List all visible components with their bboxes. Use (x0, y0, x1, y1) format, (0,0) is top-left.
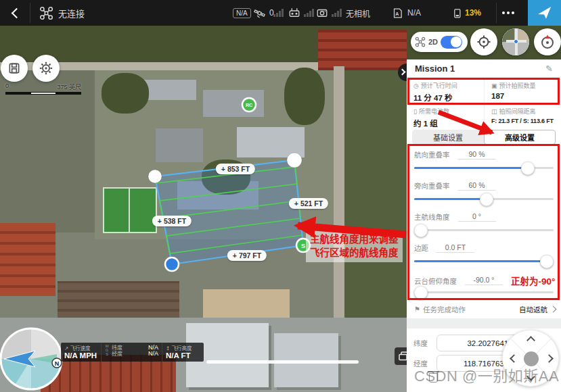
flight-mode-icon: A (392, 0, 403, 26)
slider-value[interactable]: 0 ° (458, 212, 496, 222)
finish-action-row[interactable]: ⚑ 任务完成动作 自动返航 (407, 301, 561, 317)
gear-icon (39, 61, 53, 76)
tab-advanced-settings[interactable]: 高级设置 (484, 130, 556, 145)
speed-value: N/A MPH (64, 351, 97, 360)
compass-icon (539, 34, 556, 50)
nudge-dpad[interactable] (502, 330, 559, 387)
map-texture (334, 66, 344, 324)
nudge-left-button[interactable] (510, 354, 518, 363)
slider-handle-margin[interactable] (540, 255, 554, 268)
stat-value: 11 分 47 秒 (413, 92, 481, 103)
locate-button[interactable] (470, 28, 497, 55)
panel-header: Mission 1 ✎ (407, 59, 561, 78)
slider-track-margin[interactable] (414, 260, 554, 262)
speed-label: 飞行速度 (70, 345, 90, 351)
back-button[interactable] (5, 0, 27, 26)
mission-panel: Mission 1 ✎ ◷预计飞行时间11 分 47 秒▣预计拍照数量187▯所… (407, 59, 561, 392)
satellite-icon (254, 0, 265, 26)
flight-mode-value: N/A (407, 0, 421, 26)
save-mission-button[interactable] (1, 55, 28, 82)
drone-icon (415, 36, 426, 47)
scale-distance-label: 375 英尺 (57, 82, 81, 91)
camera-signal-bars (332, 0, 342, 26)
nudge-up-button[interactable] (526, 336, 535, 345)
drone-icon (39, 0, 53, 26)
home-indicator[interactable] (206, 360, 359, 364)
telemetry-lng-label: 经度 (112, 351, 122, 357)
stat-photo-count: ▣预计拍照数量187 (484, 78, 558, 104)
ellipsis-icon (502, 11, 505, 14)
connection-status: 无连接 (58, 0, 85, 26)
minimap-button[interactable] (502, 28, 529, 55)
chevron-left-icon (11, 7, 22, 18)
slider-handle-route-angle[interactable] (414, 224, 428, 237)
slider-track-gimbal-pitch[interactable] (414, 291, 554, 293)
scale-start-label: 0 (5, 82, 9, 91)
floppy-icon (7, 62, 21, 75)
slider-handle-side-overlap[interactable] (480, 193, 493, 206)
map-texture (0, 223, 55, 296)
stat-clock: ◷预计飞行时间11 分 47 秒 (407, 78, 481, 104)
polygon-vertex-handle[interactable] (287, 153, 302, 168)
slider-value[interactable]: 90 % (458, 150, 496, 160)
slider-value[interactable]: 60 % (458, 181, 496, 191)
chevron-right-icon (399, 69, 406, 76)
more-menu-button[interactable] (493, 0, 523, 26)
slider-label: 主航线角度 (414, 212, 450, 222)
remote-controller-icon (288, 0, 300, 26)
map-texture (203, 289, 290, 318)
takeoff-button[interactable] (528, 0, 561, 26)
compass-orient-button[interactable] (534, 28, 561, 55)
edge-distance-label: + 853 FT (216, 164, 255, 174)
divider (407, 318, 561, 328)
slider-handle-gimbal-pitch[interactable] (414, 286, 428, 299)
tab-basic-settings[interactable]: 基础设置 (412, 130, 484, 145)
flag-icon: ⚑ (414, 305, 420, 313)
clock-icon: ◷ (413, 82, 419, 89)
slider-label: 边距 (414, 243, 428, 253)
slider-row-side-overlap: 旁向重叠率60 % (407, 176, 561, 207)
polygon-vertex-handle[interactable] (148, 170, 162, 183)
altitude-icon: ↥ (166, 345, 170, 351)
slider-handle-course-overlap[interactable] (521, 162, 535, 175)
telemetry-lng-value: N/A (148, 351, 158, 357)
slider-label: 航向重叠率 (414, 149, 450, 160)
dpad-center-handle[interactable] (524, 351, 539, 366)
flight-area-polygon[interactable] (155, 160, 303, 264)
mission-stats: ◷预计飞行时间11 分 47 秒▣预计拍照数量187▯所需电池数约 1 组◫拍照… (407, 78, 561, 130)
slider-track-side-overlap[interactable] (414, 198, 554, 200)
stat-value: 约 1 组 (413, 118, 481, 128)
stat-label: 预计飞行时间 (421, 82, 457, 89)
slider-track-route-angle[interactable] (414, 229, 554, 231)
advanced-settings: 航向重叠率90 %旁向重叠率60 %主航线角度0 °边距0.0 FT云台俯仰角度… (407, 145, 561, 300)
nudge-right-button[interactable] (545, 354, 554, 363)
map-texture (102, 73, 149, 114)
altitude-value: N/A FT (166, 351, 200, 360)
map-2d-toggle[interactable] (441, 36, 462, 49)
settings-tabs: 基础设置高级设置 (412, 130, 556, 145)
trash-icon[interactable] (429, 373, 438, 383)
map-texture (0, 70, 95, 232)
slider-track-course-overlap[interactable] (414, 167, 554, 169)
slider-label: 云台俯仰角度 (414, 276, 457, 286)
telemetry-bar: ↗ 飞行速度 N/A MPH WGS 纬度N/A 经度N/A ↥ 飞行高度 N/… (61, 343, 204, 362)
mission-title: Mission 1 (415, 64, 455, 74)
settings-button[interactable] (32, 55, 60, 82)
polygon-vertex-handle-selected[interactable] (165, 258, 179, 271)
stat-label: 所需电池数 (419, 108, 449, 115)
slider-value[interactable]: -90.0 ° (465, 276, 503, 285)
datum-label: WGS (105, 344, 109, 360)
pencil-icon[interactable]: ✎ (545, 64, 553, 74)
slider-row-gimbal-pitch: 云台俯仰角度-90.0 °正射为-90° (407, 269, 561, 300)
map-mode-pill: 2D (411, 32, 468, 52)
slider-row-route-angle: 主航线角度0 ° (407, 207, 561, 238)
edge-distance-label: + 797 FT (227, 250, 267, 261)
crosshair-icon (476, 34, 491, 49)
slider-value[interactable]: 0.0 FT (436, 243, 474, 253)
slider-label: 旁向重叠率 (414, 180, 450, 191)
mode-badge: N/A (233, 0, 251, 26)
top-status-bar: 无连接 N/A 0 无相机 A N (0, 0, 561, 26)
battery-icon: ▯ (413, 108, 417, 115)
nudge-down-button[interactable] (526, 372, 535, 381)
edge-distance-label: + 521 FT (289, 198, 328, 209)
